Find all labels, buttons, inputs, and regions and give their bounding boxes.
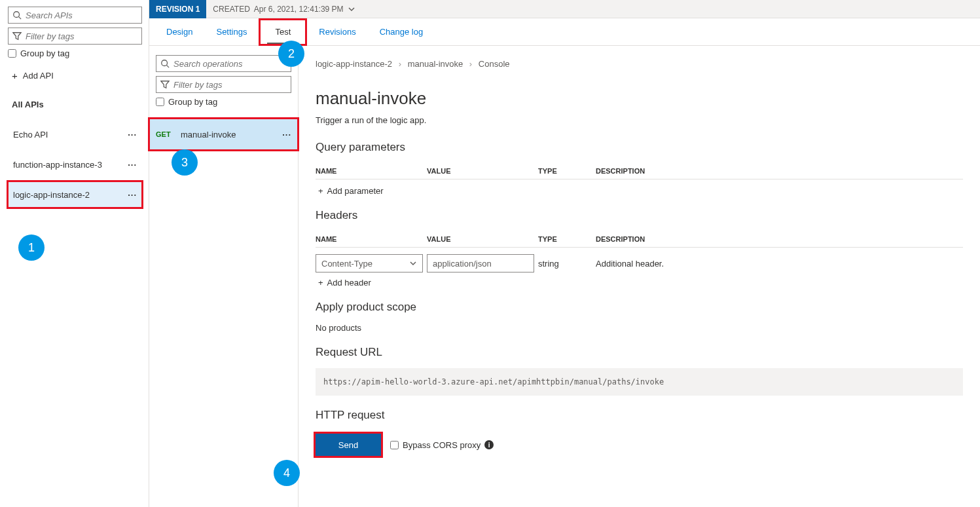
more-icon[interactable]: ··· [128,130,137,140]
operations-pane: Group by tag GET manual-invoke ··· [149,46,299,507]
info-icon[interactable]: i [484,440,494,449]
operation-verb: GET [156,130,177,138]
revision-created-label: CREATED [213,5,249,14]
query-params-header: NAME VALUE TYPE DESCRIPTION [316,163,963,179]
tab-test[interactable]: Test [259,18,307,46]
request-url-heading: Request URL [316,346,963,359]
callout-3: 3 [172,149,198,176]
group-by-tag-apis-checkbox[interactable] [8,49,16,58]
group-by-tag-ops-label: Group by tag [168,97,217,107]
operation-name: manual-invoke [177,130,282,140]
group-by-tag-apis-label: Group by tag [20,48,69,58]
svg-line-4 [167,66,170,68]
api-item-echo[interactable]: Echo API ··· [8,121,142,147]
svg-marker-5 [161,81,169,88]
header-name-select[interactable]: Content-Type [316,254,423,272]
revision-created[interactable]: CREATED Apr 6, 2021, 12:41:39 PM [206,5,355,14]
group-by-tag-ops[interactable]: Group by tag [156,97,291,107]
query-parameters-heading: Query parameters [316,141,963,154]
send-button[interactable]: Send [316,434,381,456]
tab-settings[interactable]: Settings [204,18,259,46]
col-value: VALUE [427,167,538,175]
header-type: string [538,259,596,269]
col-description: DESCRIPTION [596,235,963,243]
breadcrumb: logic-app-instance-2 › manual-invoke › C… [316,59,963,69]
http-request-heading: HTTP request [316,409,963,422]
more-icon[interactable]: ··· [282,130,291,140]
apply-product-scope-heading: Apply product scope [316,301,963,314]
group-by-tag-apis[interactable]: Group by tag [8,48,142,58]
revision-bar: REVISION 1 CREATED Apr 6, 2021, 12:41:39… [149,0,980,18]
col-value: VALUE [427,235,538,243]
bypass-cors-option[interactable]: Bypass CORS proxy i [390,440,494,450]
col-type: TYPE [538,235,596,243]
search-operations-box[interactable] [156,55,291,72]
test-console: logic-app-instance-2 › manual-invoke › C… [299,46,980,507]
api-item-function-app-label: function-app-instance-3 [13,160,102,170]
add-parameter-label: Add parameter [327,186,384,196]
chevron-down-icon [409,259,417,267]
filter-icon [160,80,170,89]
tab-revisions[interactable]: Revisions [307,18,367,46]
col-name: NAME [316,167,427,175]
search-icon [160,59,170,68]
callout-4: 4 [274,460,300,486]
bypass-cors-checkbox[interactable] [390,441,399,449]
revision-badge[interactable]: REVISION 1 [149,0,206,18]
header-ослеvalue-input[interactable]: application/json [427,254,534,272]
api-item-logic-app[interactable]: logic-app-instance-2 ··· [8,181,142,208]
breadcrumb-console: Console [479,59,510,69]
header-description: Additional header. [596,259,963,269]
svg-point-0 [14,12,20,18]
svg-point-3 [162,60,168,66]
plus-icon: + [318,278,323,288]
tab-design[interactable]: Design [154,18,204,46]
breadcrumb-api[interactable]: logic-app-instance-2 [316,59,392,69]
request-url-box[interactable]: https://apim-hello-world-3.azure-api.net… [316,368,963,396]
more-icon[interactable]: ··· [128,160,137,170]
page-title: manual-invoke [316,88,963,109]
tab-changelog[interactable]: Change log [368,18,435,46]
headers-heading: Headers [316,209,963,222]
header-value: application/json [433,259,492,269]
search-operations-input[interactable] [170,59,287,69]
filter-operations-input[interactable] [170,80,287,90]
header-name-value: Content-Type [321,259,372,269]
search-apis-box[interactable] [8,7,142,24]
col-type: TYPE [538,167,596,175]
breadcrumb-operation[interactable]: manual-invoke [408,59,463,69]
api-item-logic-app-label: logic-app-instance-2 [13,190,90,200]
svg-line-1 [19,17,22,20]
no-products-text: No products [316,323,963,333]
group-by-tag-ops-checkbox[interactable] [156,98,164,106]
api-item-function-app[interactable]: function-app-instance-3 ··· [8,151,142,178]
filter-operations-box[interactable] [156,76,291,93]
search-icon [12,10,22,20]
add-api-button[interactable]: + Add API [8,70,142,81]
add-header-label: Add header [327,278,371,288]
svg-marker-2 [13,33,21,40]
plus-icon: + [318,186,323,196]
more-icon[interactable]: ··· [128,190,137,200]
col-description: DESCRIPTION [596,167,963,175]
chevron-down-icon [348,5,355,13]
col-name: NAME [316,235,427,243]
filter-apis-box[interactable] [8,28,142,45]
api-item-echo-label: Echo API [13,130,48,140]
operation-description: Trigger a run of the logic app. [316,115,963,125]
tab-row: Design Settings Test Revisions Change lo… [149,18,980,46]
add-api-label: Add API [23,71,54,81]
add-parameter-button[interactable]: + Add parameter [318,186,963,196]
plus-icon: + [12,70,18,81]
search-apis-input[interactable] [22,10,137,20]
revision-created-value: Apr 6, 2021, 12:41:39 PM [254,5,344,14]
operation-item-manual-invoke[interactable]: GET manual-invoke ··· [149,119,298,150]
headers-header: NAME VALUE TYPE DESCRIPTION [316,231,963,248]
filter-apis-input[interactable] [22,31,137,41]
bypass-cors-label: Bypass CORS proxy [403,440,481,450]
all-apis-heading[interactable]: All APIs [8,100,142,109]
filter-icon [12,31,22,41]
add-header-button[interactable]: + Add header [318,278,963,288]
callout-2: 2 [278,41,304,67]
callout-1: 1 [18,235,45,261]
